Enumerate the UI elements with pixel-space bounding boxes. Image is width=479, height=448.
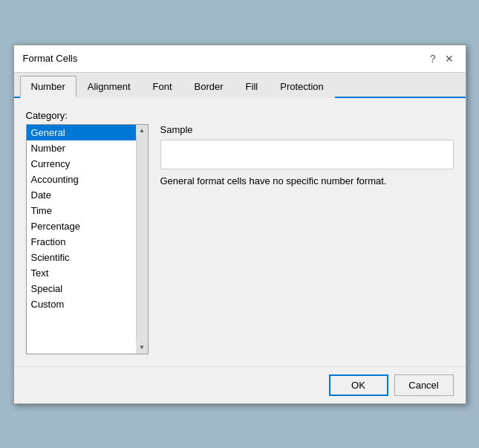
format-cells-dialog: Format Cells ? ✕ NumberAlignmentFontBord… — [13, 45, 466, 404]
tabs-bar: NumberAlignmentFontBorderFillProtection — [14, 73, 466, 98]
category-item[interactable]: Scientific — [27, 250, 136, 265]
title-bar: Format Cells ? ✕ — [14, 45, 466, 73]
help-icon[interactable]: ? — [430, 53, 436, 65]
tab-alignment[interactable]: Alignment — [76, 76, 142, 98]
category-item[interactable]: Time — [27, 203, 136, 218]
category-item[interactable]: General — [27, 125, 136, 140]
sample-label: Sample — [160, 124, 454, 135]
category-item[interactable]: Number — [27, 140, 136, 156]
category-item[interactable]: Accounting — [27, 172, 136, 187]
category-item[interactable]: Date — [27, 187, 136, 203]
close-button[interactable]: ✕ — [442, 51, 457, 66]
list-with-scroll: GeneralNumberCurrencyAccountingDateTimeP… — [27, 125, 148, 354]
tab-number[interactable]: Number — [20, 76, 76, 98]
main-row: GeneralNumberCurrencyAccountingDateTimeP… — [26, 124, 454, 354]
category-item[interactable]: Fraction — [27, 234, 136, 250]
category-label: Category: — [26, 110, 454, 121]
title-bar-controls: ? ✕ — [430, 51, 457, 66]
ok-button[interactable]: OK — [329, 374, 388, 396]
description-text: General format cells have no specific nu… — [160, 175, 454, 186]
category-item[interactable]: Currency — [27, 156, 136, 172]
category-item[interactable]: Special — [27, 281, 136, 296]
scroll-up-button[interactable]: ▲ — [136, 125, 148, 137]
dialog-title: Format Cells — [23, 53, 78, 64]
footer: OK Cancel — [14, 366, 466, 403]
category-list-wrapper: GeneralNumberCurrencyAccountingDateTimeP… — [26, 124, 149, 354]
scrollbar: ▲ ▼ — [136, 125, 148, 354]
tab-fill[interactable]: Fill — [235, 76, 270, 98]
category-item[interactable]: Percentage — [27, 218, 136, 234]
category-item[interactable]: Custom — [27, 296, 136, 312]
sample-box — [160, 140, 454, 169]
tab-protection[interactable]: Protection — [269, 76, 335, 98]
scroll-down-button[interactable]: ▼ — [136, 342, 148, 354]
tab-border[interactable]: Border — [183, 76, 235, 98]
cancel-button[interactable]: Cancel — [394, 374, 454, 396]
category-list: GeneralNumberCurrencyAccountingDateTimeP… — [27, 125, 136, 354]
dialog-content: Category: GeneralNumberCurrencyAccountin… — [14, 98, 466, 366]
right-panel: Sample General format cells have no spec… — [160, 124, 454, 354]
tab-font[interactable]: Font — [142, 76, 183, 98]
category-item[interactable]: Text — [27, 265, 136, 281]
